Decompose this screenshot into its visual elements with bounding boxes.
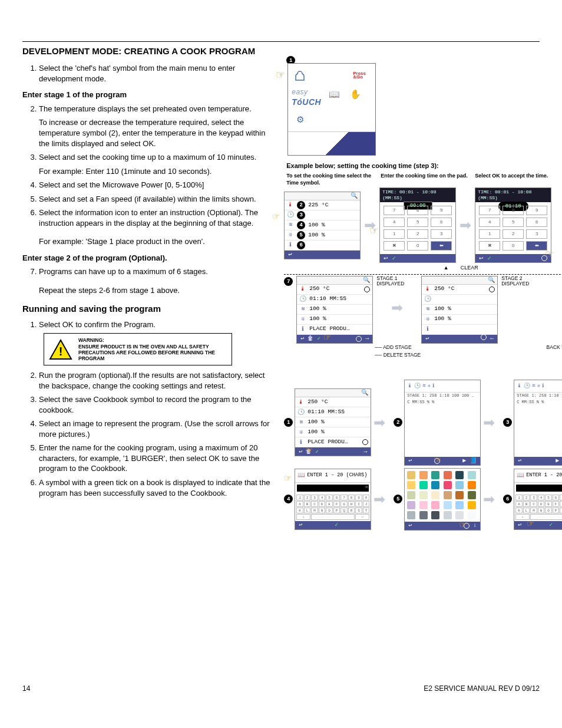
info-icon: ℹ — [287, 241, 294, 249]
next-arrow-icon[interactable]: → — [363, 448, 367, 456]
page-number: 14 — [22, 684, 30, 693]
hand-icon: ☞ — [527, 517, 534, 531]
hand-menu-icon[interactable]: ✋ — [347, 87, 363, 101]
back-icon[interactable]: ↩ — [518, 457, 521, 465]
back-icon[interactable]: ↩ — [299, 448, 302, 456]
back-icon[interactable] — [288, 251, 292, 259]
ok-icon[interactable]: ✓ — [315, 448, 319, 456]
back-icon[interactable]: ↩ — [300, 335, 304, 343]
key-5[interactable]: 5 — [503, 218, 524, 227]
microwave-row[interactable]: ≋4100 % — [285, 220, 360, 230]
back-icon[interactable]: ↩ — [408, 457, 412, 465]
key-2[interactable]: 2 — [407, 229, 428, 239]
step-2: The temperature displays the set preheat… — [39, 104, 276, 149]
back-icon[interactable]: ↩ — [425, 335, 429, 343]
magnifier-icon[interactable]: 🔍 — [297, 276, 372, 285]
image-picker-grid[interactable] — [405, 469, 480, 522]
next-arrow-icon[interactable]: → — [365, 335, 369, 343]
key-6[interactable]: 6 — [526, 218, 547, 227]
chefs-hat-icon[interactable] — [292, 68, 308, 83]
warn-title: WARNING: — [78, 337, 104, 343]
callout-r5: 5 — [394, 495, 402, 503]
magnifier-icon[interactable]: 🔍 — [295, 389, 371, 397]
key-5[interactable]: 5 — [407, 218, 428, 227]
kp-bottom-2: ↩✓ — [475, 254, 551, 262]
trash-icon[interactable]: 🗑 — [308, 335, 313, 343]
key-1[interactable]: 1 — [384, 229, 405, 239]
run-steps-list-2: Run the program (optional).If the result… — [22, 370, 276, 498]
key-6[interactable]: 6 — [431, 218, 452, 227]
cap-a: To set the cooking time select the Time … — [286, 172, 375, 186]
hand-icon: ☞ — [434, 453, 441, 467]
back-icon[interactable]: ↩ — [299, 521, 302, 529]
run-icon[interactable]: ▶ — [462, 457, 466, 465]
info-row[interactable]: ℹ6 — [285, 241, 360, 251]
temp-row[interactable]: 🌡2225 °C — [285, 200, 360, 210]
press-go-icon[interactable]: Press &Go — [353, 68, 369, 83]
magnifier-icon[interactable]: 🔍 — [285, 192, 360, 200]
ok-icon[interactable]: ✓ — [335, 521, 338, 529]
footer: 14 E2 SERVICE MANUAL REV D 09/12 — [22, 684, 540, 693]
key-9[interactable]: 9 — [526, 206, 547, 215]
stage2-label: STAGE 2 DISPLAYED — [501, 276, 548, 287]
run-steps-list: Select OK to confirm the Program. — [22, 319, 276, 330]
ok-icon[interactable]: ✓ — [392, 255, 396, 262]
key-clear[interactable]: ✖ — [479, 241, 500, 251]
callout-3: 3 — [297, 211, 305, 219]
hand-icon: ☞ — [276, 68, 285, 82]
ok-icon[interactable]: ✓ — [317, 335, 320, 343]
key-0[interactable]: 0 — [503, 241, 524, 251]
book-icon[interactable]: 📖 — [326, 87, 342, 101]
magnifier-icon[interactable]: 🔍 — [422, 276, 497, 285]
key-back[interactable]: ⬅ — [526, 241, 547, 251]
key-3[interactable]: 3 — [431, 229, 452, 239]
icon-row: 🌡🕒≋❊ℹ — [405, 380, 480, 393]
key-clear[interactable]: ✖ — [384, 241, 405, 251]
run-step-1: Select OK to confirm the Program. — [39, 319, 276, 330]
run-icon[interactable]: ▶ — [556, 457, 559, 465]
back-icon[interactable]: ↩ — [384, 255, 388, 262]
key-3[interactable]: 3 — [526, 229, 547, 239]
key-0[interactable]: 0 — [407, 241, 428, 251]
time-row[interactable]: 🕒3 — [285, 210, 360, 220]
key-4[interactable]: 4 — [384, 218, 405, 227]
callout-4: 4 — [297, 221, 305, 229]
back-icon[interactable]: ↩ — [408, 522, 412, 530]
key-7[interactable]: 7 — [479, 206, 500, 215]
key-4[interactable]: 4 — [479, 218, 500, 227]
step-7-text: Programs can have up to a maximum of 6 s… — [39, 267, 208, 276]
save-book-icon[interactable]: 📘 — [470, 457, 477, 465]
top-rule — [22, 41, 540, 42]
stage2-panel: 🔍 🌡250 °C 🕒 ≋100 % ❊100 % ℹ ↩← — [421, 276, 498, 344]
back-icon[interactable]: ↩ — [479, 255, 484, 262]
key-1[interactable]: 1 — [479, 229, 500, 239]
key-2[interactable]: 2 — [503, 229, 524, 239]
key-8[interactable]: 8 — [503, 206, 524, 215]
callout-7: 7 — [284, 277, 293, 286]
alpha-keyboard[interactable]: 1234567890 ABCDEFGHIJ KLMNOPQRST ⇧ ⏎ — [514, 493, 562, 521]
ok-icon[interactable]: ✓ — [549, 521, 553, 529]
hand-icon: ☞ — [545, 247, 554, 261]
clock-icon: 🕒 — [287, 211, 294, 219]
warn-body: ENSURE PRODUCT IS IN THE OVEN AND ALL SA… — [78, 344, 215, 361]
callout-r3: 3 — [503, 418, 512, 427]
subhead-stage2: Enter stage 2 of the program (Optional). — [22, 253, 276, 263]
back-icon[interactable]: ↩ — [518, 521, 521, 529]
run-grid: 1 ☞ 🔍 🌡250 °C 🕒01:10 MM:SS ≋100 % ❊100 %… — [284, 380, 562, 531]
gear-icon[interactable]: ⚙ — [292, 113, 308, 127]
scroll-down-icon[interactable]: ↓ — [473, 522, 477, 530]
key-8[interactable]: 8 — [407, 206, 428, 215]
key-7[interactable]: 7 — [384, 206, 405, 215]
prev-arrow-icon[interactable]: ← — [490, 335, 494, 343]
stage-summary-units: C MM:SS % % — [405, 399, 480, 406]
fan-row[interactable]: ❊5100 % — [285, 230, 360, 241]
key-back[interactable]: ⬅ — [431, 241, 452, 251]
callout-r1: 1 — [284, 418, 293, 427]
ok-icon[interactable]: ✓ — [487, 255, 492, 262]
info-icon: ℹ — [299, 325, 306, 334]
alpha-keyboard[interactable]: 1234567890 ABCDEFGHIJ KLMNOPQRST ⇧ ⏎ — [295, 493, 371, 521]
key-9[interactable]: 9 — [431, 206, 452, 215]
callout-6: 6 — [297, 241, 305, 249]
warning-icon: ! — [49, 339, 72, 360]
callout-r2: 2 — [394, 418, 402, 427]
